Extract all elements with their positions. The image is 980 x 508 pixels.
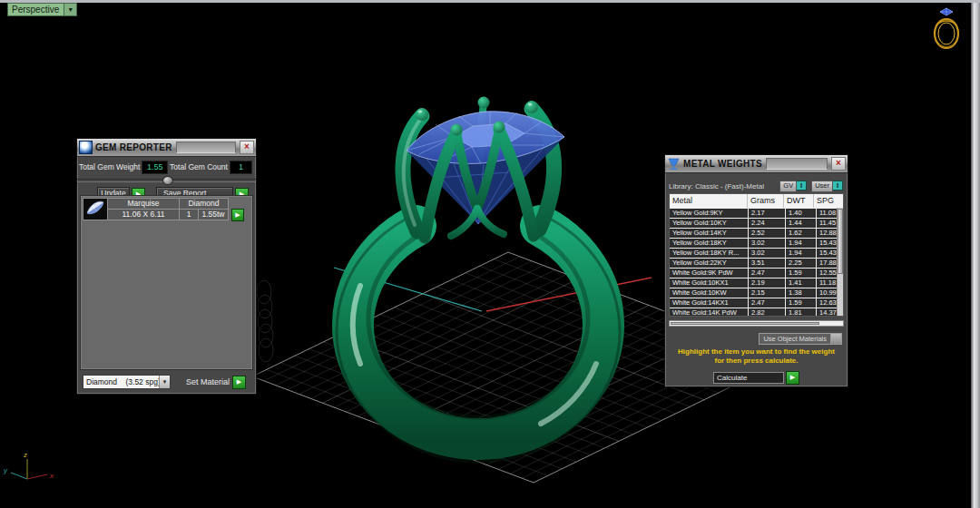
axis-gizmo: z x y <box>3 451 54 480</box>
calculate-run-arrow-icon[interactable]: ▶ <box>786 371 799 385</box>
metal-cell: 15.43 <box>817 249 837 258</box>
wireframe-coil <box>257 280 273 362</box>
instruction-text: Highlight the item you want to find the … <box>667 347 846 366</box>
gem-reporter-icon <box>79 141 93 154</box>
gem-weight: 1.55tw <box>199 210 228 220</box>
metal-cell: 2.17 <box>749 209 785 218</box>
total-gem-count-value: 1 <box>230 161 252 174</box>
collapse-handle[interactable] <box>162 176 173 185</box>
calculate-button[interactable]: Calculate <box>713 372 784 384</box>
gem-table[interactable]: Marquise Diamond 11.06 X 6.11 1 1.55tw <box>83 198 229 220</box>
use-object-materials-button[interactable]: Use Object Materials <box>759 333 842 345</box>
gem-row-run-arrow-icon[interactable]: ▶ <box>231 209 244 221</box>
gem-shape-header: Marquise <box>108 199 179 209</box>
metal-cell: 2.19 <box>749 278 785 288</box>
metal-weights-titlebar[interactable]: METAL WEIGHTS × <box>665 155 848 173</box>
set-material-run-arrow-icon[interactable]: ▶ <box>232 376 246 389</box>
metal-cell: 1.94 <box>786 239 816 248</box>
metal-row[interactable]: White Gold:10KX12.191.4111.18 <box>670 278 837 288</box>
use-object-materials-box[interactable] <box>830 334 841 344</box>
gem-reporter-title: GEM REPORTER <box>95 142 172 152</box>
user-toggle-label[interactable]: User <box>811 181 833 192</box>
metal-cell: 2.24 <box>749 219 785 228</box>
metal-row[interactable]: Yellow Gold:10KY2.241.4411.45 <box>670 219 837 228</box>
column-header-spg: SPG <box>814 194 843 208</box>
panel-divider <box>77 179 256 182</box>
metal-cell: 3.51 <box>749 259 785 268</box>
axis-z-label: z <box>23 451 27 459</box>
metal-cell: Yellow Gold:22KY <box>670 259 748 268</box>
column-header-dwt: DWT <box>784 194 814 208</box>
metal-row[interactable]: White Gold:9K PdW2.471.5912.55 <box>670 269 837 278</box>
gem-list-area: Marquise Diamond 11.06 X 6.11 1 1.55tw ▶ <box>80 195 253 370</box>
metal-cell: 1.38 <box>786 288 816 298</box>
metal-cell: Yellow Gold:10KY <box>670 219 748 228</box>
horizontal-scrollbar[interactable] <box>669 320 844 327</box>
metal-row[interactable]: White Gold:14KX12.471.5912.63 <box>670 298 837 308</box>
gv-toggle-indicator[interactable]: I <box>797 181 807 190</box>
metal-cell: 1.59 <box>786 298 816 308</box>
dropdown-arrow-icon[interactable]: ▼ <box>159 376 170 388</box>
metal-row[interactable]: Yellow Gold:22KY3.512.2517.88 <box>670 259 837 268</box>
close-icon[interactable]: × <box>240 141 254 154</box>
library-label: Library: Classic - (Fast)-Metal <box>669 182 764 190</box>
titlebar-recess <box>176 142 236 153</box>
metal-cell: Yellow Gold:9KY <box>670 209 748 218</box>
user-toggle[interactable]: User I <box>811 181 843 192</box>
metal-cell: 11.08 <box>817 209 837 218</box>
axis-x-label: x <box>49 472 54 480</box>
metal-cell: 12.63 <box>817 298 837 308</box>
metal-cell: 1.62 <box>786 229 816 238</box>
ring-gem-icon <box>928 5 965 52</box>
viewport-tab-label[interactable]: Perspective <box>7 3 64 16</box>
metal-cell: 14.37 <box>817 308 837 316</box>
total-gem-weight-value: 1.55 <box>142 161 168 174</box>
metal-cell: White Gold:9K PdW <box>670 269 748 278</box>
metal-table-header: Metal Grams DWT SPG <box>670 194 843 209</box>
axis-y-label: y <box>3 466 8 474</box>
gv-toggle-label[interactable]: GV <box>779 181 797 192</box>
close-icon[interactable]: × <box>831 157 846 171</box>
metal-cell: 1.41 <box>786 278 816 288</box>
metal-cell: 15.43 <box>817 239 837 248</box>
titlebar-recess <box>766 158 828 170</box>
gem-reporter-titlebar[interactable]: GEM REPORTER × <box>77 139 256 157</box>
metal-cell: 2.82 <box>749 308 785 316</box>
metal-cell: Yellow Gold:18KY <box>670 239 748 248</box>
total-gem-weight-label: Total Gem Weight <box>79 162 140 171</box>
gem-count: 1 <box>180 210 198 220</box>
metal-row[interactable]: Yellow Gold:18KY3.021.9415.43 <box>670 239 837 248</box>
metal-cell: 2.52 <box>749 229 785 238</box>
column-header-metal: Metal <box>670 194 748 208</box>
metal-weights-title: METAL WEIGHTS <box>683 159 762 169</box>
set-material-label: Set Material <box>186 377 230 386</box>
metal-cell: 12.55 <box>817 269 837 278</box>
gem-dimensions: 11.06 X 6.11 <box>108 210 179 220</box>
metal-cell: 2.15 <box>749 288 785 298</box>
total-gem-count-label: Total Gem Count <box>170 162 228 171</box>
column-header-grams: Grams <box>748 194 784 208</box>
metal-row[interactable]: Yellow Gold:9KY2.171.4011.08 <box>670 209 837 218</box>
vertical-scrollbar-thumb[interactable] <box>838 209 843 274</box>
metal-table-body: Yellow Gold:9KY2.171.4011.08Yellow Gold:… <box>670 208 837 316</box>
horizontal-scrollbar-thumb[interactable] <box>671 322 819 325</box>
material-dropdown[interactable]: Diamond (3.52 spg) ▼ <box>83 375 171 389</box>
metal-row[interactable]: Yellow Gold:18KY R...3.021.9415.43 <box>670 249 837 258</box>
vertical-scrollbar[interactable] <box>837 208 843 316</box>
metal-cell: White Gold:14K PdW <box>670 308 748 316</box>
metal-cell: 1.59 <box>786 269 816 278</box>
metal-row[interactable]: Yellow Gold:14KY2.521.6212.88 <box>670 229 837 238</box>
metal-cell: 12.88 <box>817 229 837 238</box>
metal-row[interactable]: White Gold:14K PdW2.821.8114.37 <box>670 308 837 316</box>
metal-table: Metal Grams DWT SPG Yellow Gold:9KY2.171… <box>669 193 844 317</box>
user-toggle-indicator[interactable]: I <box>833 181 843 190</box>
gem-reporter-panel: GEM REPORTER × Total Gem Weight 1.55 Tot… <box>76 138 257 395</box>
metal-cell: White Gold:10KX1 <box>670 278 748 288</box>
use-object-materials-label: Use Object Materials <box>760 335 830 343</box>
viewport-tab-perspective[interactable]: Perspective ▼ <box>7 3 77 16</box>
metal-cell: 3.02 <box>749 249 785 258</box>
gv-toggle[interactable]: GV I <box>779 181 807 192</box>
metal-row[interactable]: White Gold:10KW2.151.3810.99 <box>670 288 837 298</box>
chevron-down-icon[interactable]: ▼ <box>64 3 77 16</box>
gem-material-header: Diamond <box>180 199 228 209</box>
